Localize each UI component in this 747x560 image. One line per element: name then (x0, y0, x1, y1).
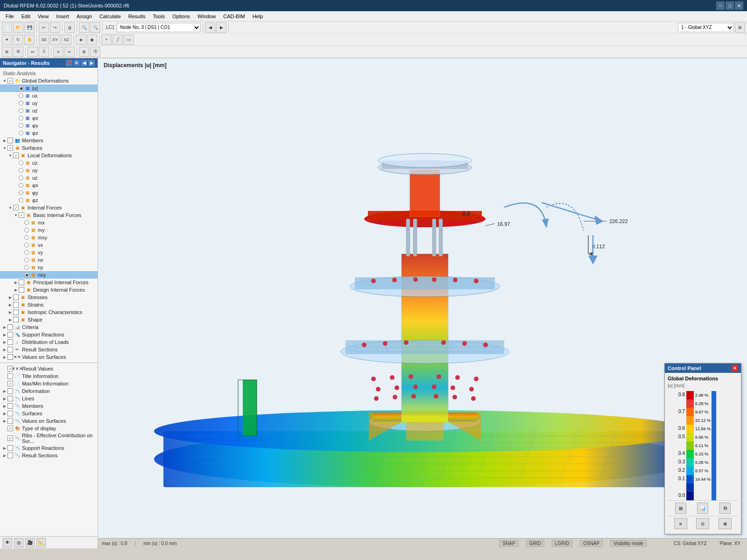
r-mxy[interactable] (24, 235, 29, 240)
menu-item-cad-bim[interactable]: CAD-BIM (219, 13, 248, 20)
tb-zoom-in[interactable]: 🔍 (79, 22, 89, 33)
bif-nxy[interactable]: ▦ nxy (0, 271, 98, 279)
ribs-item[interactable]: ▶ ✓ 📉 Ribs - Effective Contribution on S… (0, 432, 98, 444)
cb-basic-int[interactable]: ✓ (19, 212, 24, 218)
cb-def2[interactable] (7, 388, 13, 394)
expand-basic-int[interactable]: ▼ (13, 212, 19, 218)
tb-print[interactable]: 🖨 (64, 22, 75, 33)
result-sections-item2[interactable]: ▶ 📉 Result Sections (0, 452, 98, 459)
menu-item-help[interactable]: Help (249, 13, 267, 20)
tb-surface[interactable]: ▭ (124, 35, 134, 45)
expand-surfaces[interactable]: ▼ (2, 145, 7, 151)
menu-item-assign[interactable]: Assign (73, 13, 96, 20)
cb-type-disp[interactable]: ✓ (7, 426, 13, 431)
tb-zoom-out[interactable]: 🔍 (90, 22, 100, 33)
cb-members2[interactable] (7, 403, 13, 409)
expand-shape[interactable]: ▶ (7, 317, 13, 322)
title-info-item[interactable]: ▶ 📄 Title Information (0, 372, 98, 380)
tb-select-all[interactable]: ✦ (2, 35, 12, 45)
menu-item-view[interactable]: View (34, 13, 53, 20)
cp-footer-btn-3[interactable]: ⊕ (719, 518, 732, 529)
tb-open[interactable]: 📂 (13, 22, 23, 33)
cb-ribs[interactable]: ✓ (7, 435, 13, 441)
radio-u-abs[interactable]: ▶ ▦ |u| (0, 84, 98, 92)
val-on-surf-item2[interactable]: ▶ 📉 Values on Surfaces (0, 417, 98, 425)
menu-item-file[interactable]: File (2, 13, 18, 20)
expand-principal[interactable]: ▶ (13, 280, 19, 285)
global-deformations-item[interactable]: ▼ ✓ 📁 Global Deformations (0, 77, 98, 84)
cb-support2[interactable] (7, 445, 13, 451)
basic-int-forces-item[interactable]: ▼ ✓ ▣ Basic Internal Forces (0, 211, 98, 219)
radio-ux[interactable]: ▶ ▦ ux (0, 92, 98, 99)
expand-local-def[interactable]: ▼ (7, 153, 13, 158)
r-local-uz[interactable] (19, 161, 23, 165)
radio-phix[interactable]: ▶ ▦ φx (0, 114, 98, 122)
members-item[interactable]: ▶ 👥 Members (0, 137, 98, 144)
radio-phiy[interactable]: ▶ ▦ φy (0, 122, 98, 129)
radio-ux-btn[interactable] (19, 93, 23, 98)
r-local-phiz[interactable] (19, 198, 23, 203)
stresses-item[interactable]: ▶ ▣ Stresses (0, 294, 98, 301)
cb-shape[interactable] (13, 317, 19, 322)
cb-strains[interactable] (13, 302, 19, 308)
close-button[interactable]: ✕ (735, 1, 743, 10)
r-local-phiy[interactable] (19, 190, 23, 195)
shape-item[interactable]: ▶ ▣ Shape (0, 316, 98, 323)
dist-loads-item[interactable]: ▶ ↓ Distribution of Loads (0, 338, 98, 346)
r-local-uy[interactable] (19, 168, 23, 173)
type-display-item[interactable]: ▶ ✓ 🎨 Type of display (0, 425, 98, 432)
osnap-btn[interactable]: OSNAP (580, 540, 603, 547)
tb-view-3d[interactable]: 3D (39, 35, 49, 45)
expand-criteria[interactable]: ▶ (2, 324, 7, 330)
minimize-button[interactable]: ─ (716, 1, 725, 10)
expand-strains[interactable]: ▶ (7, 302, 13, 308)
tb-measure[interactable]: ⇐ (64, 47, 75, 57)
expand-support2[interactable]: ▶ (2, 445, 7, 451)
r-nx[interactable] (24, 258, 29, 262)
menu-item-window[interactable]: Window (194, 13, 219, 20)
cb-members[interactable] (7, 138, 13, 143)
r-local-uz2[interactable] (19, 175, 23, 180)
nav-pin-button[interactable]: 📌 (66, 60, 72, 66)
r-mx[interactable] (24, 220, 29, 225)
expand-support[interactable]: ▶ (2, 332, 7, 337)
tb-render[interactable]: ◉ (87, 35, 97, 45)
bif-nx[interactable]: ▦ nx (0, 256, 98, 264)
tb-align[interactable]: ≡ (53, 47, 63, 57)
tb-save[interactable]: 💾 (24, 22, 35, 33)
local-uy[interactable]: ▦ uy (0, 167, 98, 174)
cb-dist-loads[interactable] (7, 339, 13, 345)
cb-iso[interactable] (13, 309, 19, 315)
grid-btn[interactable]: GRID (526, 540, 544, 547)
tb-nav-prev[interactable]: ◀ (205, 22, 215, 33)
system-select[interactable]: 1 - Global XYZ (678, 23, 734, 32)
radio-uy[interactable]: ▶ ▦ uy (0, 99, 98, 107)
radio-u-abs-btn[interactable] (19, 86, 23, 91)
bif-mx[interactable]: ▦ mx (0, 219, 98, 226)
strains-item[interactable]: ▶ ▣ Strains (0, 301, 98, 308)
values-surfaces-item[interactable]: ▶ ✕✕ Values on Surfaces (0, 353, 98, 361)
tb-pan[interactable]: ✋ (24, 35, 35, 45)
bif-ny[interactable]: ▦ ny (0, 264, 98, 271)
tb-redo[interactable]: ↪ (50, 22, 60, 33)
nav-btn-1[interactable]: 👁 (3, 538, 12, 547)
radio-uz[interactable]: ▶ ▦ uz (0, 107, 98, 114)
tb-display[interactable]: ◈ (76, 35, 86, 45)
expand-design[interactable]: ▶ (13, 287, 19, 293)
node-select[interactable]: Node No. 3 | DS1 | CO1 (117, 23, 201, 32)
r-nxy[interactable] (24, 273, 29, 277)
menu-item-options[interactable]: Options (169, 13, 194, 20)
surfaces-item[interactable]: ▼ ✓ ▣ Surfaces (0, 144, 98, 152)
cb-val-surf[interactable] (7, 354, 13, 360)
cb-local-def[interactable]: ✓ (13, 153, 19, 158)
cb-result-sec2[interactable] (7, 453, 13, 458)
tb-new[interactable]: 📄 (2, 22, 12, 33)
expand-val2[interactable]: ▶ (2, 418, 7, 424)
r-vx[interactable] (24, 243, 29, 247)
tb-move[interactable]: ⊕ (2, 47, 12, 57)
expand-global-def[interactable]: ▼ (2, 78, 7, 84)
tb-view-xz[interactable]: XZ (61, 35, 71, 45)
cb-maxmin[interactable]: ✓ (7, 381, 13, 386)
r-ny[interactable] (24, 265, 29, 270)
cb-support[interactable] (7, 332, 13, 337)
